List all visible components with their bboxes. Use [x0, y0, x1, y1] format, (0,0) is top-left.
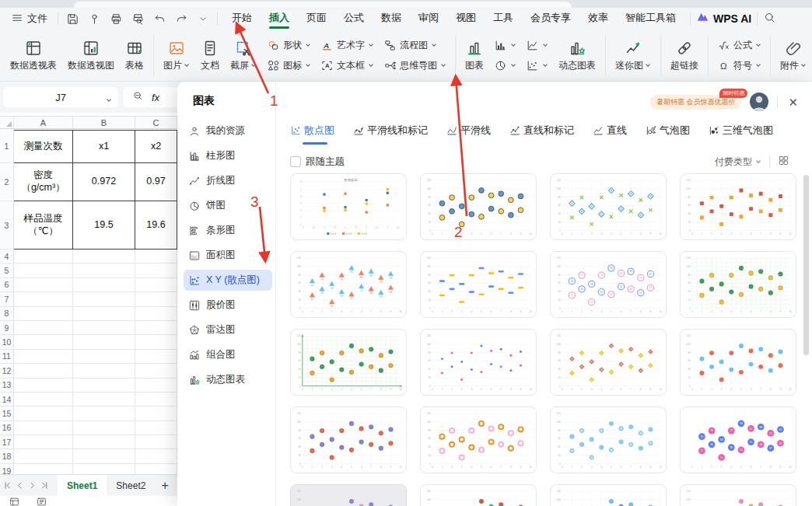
- ribbon-tab-0[interactable]: 开始: [223, 8, 261, 30]
- toolbar-pivot-chart-button[interactable]: 数据透视图: [62, 33, 120, 78]
- workbook-view-icon[interactable]: [9, 496, 19, 506]
- row-header-6[interactable]: 6: [0, 278, 14, 292]
- select-all-corner[interactable]: [0, 117, 14, 128]
- toolbar-symbol-button[interactable]: Ω符号: [717, 59, 761, 72]
- row-header-18[interactable]: 18: [0, 449, 14, 463]
- cell-name-box[interactable]: J7: [3, 87, 118, 107]
- toolbar-shape-button[interactable]: 形状: [267, 39, 311, 52]
- chart-type-my-resources[interactable]: 我的资源: [184, 120, 272, 141]
- chart-template-thumbnail-8[interactable]: 120100806040200012345678910: [680, 251, 796, 318]
- toolbar-wordart-button[interactable]: A艺术字: [320, 39, 374, 52]
- chart-template-thumbnail-19[interactable]: 120100806040200012345678910: [550, 484, 667, 506]
- cell[interactable]: [14, 364, 73, 378]
- cell[interactable]: [14, 421, 73, 435]
- cell[interactable]: [73, 250, 135, 263]
- chevron-down-button[interactable]: [194, 10, 212, 27]
- cell[interactable]: [73, 449, 135, 463]
- redo-button[interactable]: [173, 10, 190, 27]
- cell[interactable]: [73, 393, 135, 407]
- row-header-15[interactable]: 15: [0, 407, 14, 421]
- chart-type-radar-chart[interactable]: 雷达图: [184, 319, 272, 340]
- toolbar-dynamic-chart-button[interactable]: 动态图表: [553, 33, 601, 78]
- chart-template-thumbnail-11[interactable]: 120100806040200012345678910: [550, 329, 667, 396]
- cell[interactable]: [73, 292, 135, 306]
- cell[interactable]: [135, 407, 177, 421]
- chart-type-pie-chart[interactable]: 饼图: [184, 195, 272, 216]
- prev-sheet-icon[interactable]: [14, 479, 25, 493]
- cell[interactable]: [14, 263, 73, 277]
- close-icon[interactable]: ✕: [786, 95, 800, 110]
- chart-type-dynamic-chart[interactable]: 动态图表: [184, 369, 272, 390]
- cell[interactable]: [73, 421, 135, 435]
- ribbon-tab-4[interactable]: 数据: [373, 8, 410, 30]
- row-header-16[interactable]: 16: [0, 421, 14, 435]
- cell[interactable]: [73, 307, 135, 321]
- cell[interactable]: [73, 335, 135, 349]
- row-header-11[interactable]: 11: [0, 350, 14, 364]
- toolbar-textbox-button[interactable]: A文本框: [320, 59, 374, 72]
- chart-template-thumbnail-20[interactable]: 120100806040200012345678910: [680, 484, 796, 506]
- row-header-7[interactable]: 7: [0, 292, 14, 306]
- toolbar-line-mini-button[interactable]: [526, 39, 548, 52]
- row-header-3[interactable]: 3: [0, 201, 14, 250]
- cell[interactable]: [14, 292, 73, 306]
- ribbon-tab-9[interactable]: 效率: [579, 8, 617, 30]
- cell[interactable]: [73, 379, 135, 393]
- chart-template-thumbnail-2[interactable]: 120100806040200012345678910: [420, 173, 537, 240]
- toolbar-mindmap-button[interactable]: 思维导图: [383, 59, 446, 72]
- chart-template-thumbnail-15[interactable]: 120100806040200012345678910: [550, 407, 667, 473]
- cell[interactable]: [135, 379, 177, 393]
- column-header-B[interactable]: B: [73, 117, 135, 128]
- column-header-A[interactable]: A: [14, 117, 73, 128]
- zoom-out-icon[interactable]: [132, 90, 144, 104]
- cell[interactable]: [135, 292, 177, 306]
- chart-template-thumbnail-16[interactable]: 0123456789106531794658157939963384528846…: [680, 407, 796, 473]
- toolbar-sparkline-button[interactable]: 迷你图: [610, 33, 656, 78]
- pay-type-dropdown[interactable]: 付费类型: [715, 155, 761, 169]
- row-header-9[interactable]: 9: [0, 321, 14, 335]
- row-header-5[interactable]: 5: [0, 263, 14, 277]
- cell[interactable]: [14, 335, 73, 349]
- cell[interactable]: [135, 364, 177, 378]
- cell[interactable]: [135, 421, 177, 435]
- cell[interactable]: 19.6: [135, 201, 177, 250]
- chart-template-thumbnail-14[interactable]: 120100806040200012345678910: [420, 407, 537, 473]
- add-sheet-button[interactable]: +: [161, 479, 168, 493]
- cell[interactable]: 密度 （g/cm³）: [14, 163, 73, 201]
- chart-type-column-chart[interactable]: 柱形图: [184, 145, 272, 166]
- cell[interactable]: [14, 379, 73, 393]
- toolbar-pivot-table-button[interactable]: 数据透视表: [5, 33, 62, 78]
- column-header-C[interactable]: C: [135, 117, 177, 128]
- cell[interactable]: [135, 335, 177, 349]
- cell[interactable]: [135, 321, 177, 335]
- print-preview-button[interactable]: [129, 10, 146, 27]
- cell[interactable]: [14, 393, 73, 407]
- toolbar-chart-button[interactable]: 图表: [460, 33, 489, 78]
- chart-template-thumbnail-12[interactable]: 120100806040200012345678910: [680, 329, 796, 396]
- last-sheet-icon[interactable]: [39, 479, 50, 493]
- checkbox-icon[interactable]: [290, 156, 301, 167]
- toolbar-formula-button[interactable]: 公式: [717, 39, 761, 52]
- cell[interactable]: [73, 364, 135, 378]
- chart-template-thumbnail-5[interactable]: 1201008060402000123456789106531794658157…: [290, 251, 407, 318]
- toolbar-bar-mini-button[interactable]: [494, 39, 516, 52]
- chart-type-combo-chart[interactable]: 组合图: [184, 344, 272, 365]
- cell-grid[interactable]: 1测量次数x1x22密度 （g/cm³）0.9720.973样品温度 （℃）19…: [0, 130, 177, 478]
- print-button[interactable]: [107, 10, 124, 27]
- cell[interactable]: [14, 350, 73, 364]
- cell[interactable]: [14, 278, 73, 292]
- chart-template-thumbnail-4[interactable]: 120100806040200012345678910: [680, 173, 796, 240]
- cell[interactable]: [73, 263, 135, 277]
- chart-template-thumbnail-7[interactable]: 1201008060402000123456789106531794658157…: [550, 251, 667, 318]
- row-header-14[interactable]: 14: [0, 393, 14, 407]
- toolbar-scatter-mini-button[interactable]: [526, 59, 548, 72]
- ribbon-tab-7[interactable]: 工具: [485, 8, 522, 30]
- subtype-tab-bubble3d[interactable]: 三维气泡图: [709, 124, 773, 141]
- cell[interactable]: [135, 393, 177, 407]
- cell[interactable]: [135, 449, 177, 463]
- chart-template-thumbnail-10[interactable]: 120100806040200012345678910: [420, 329, 537, 396]
- chart-template-thumbnail-9[interactable]: 120100806040200012345678910: [290, 329, 407, 396]
- follow-theme-checkbox[interactable]: 跟随主题: [290, 155, 345, 169]
- chart-type-scatter-chart[interactable]: X Y (散点图): [184, 270, 272, 291]
- undo-button[interactable]: [151, 10, 168, 27]
